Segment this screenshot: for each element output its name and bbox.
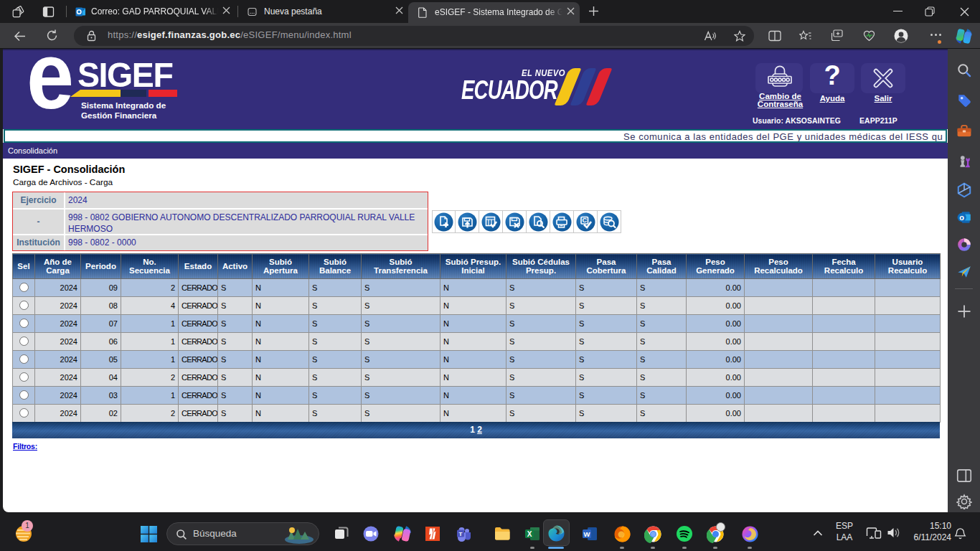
svg-text:W: W [584, 530, 590, 538]
svg-text:X: X [527, 530, 532, 538]
svg-text:o: o [959, 213, 964, 222]
svg-text:C: C [582, 217, 587, 224]
svg-text:T: T [459, 531, 463, 537]
